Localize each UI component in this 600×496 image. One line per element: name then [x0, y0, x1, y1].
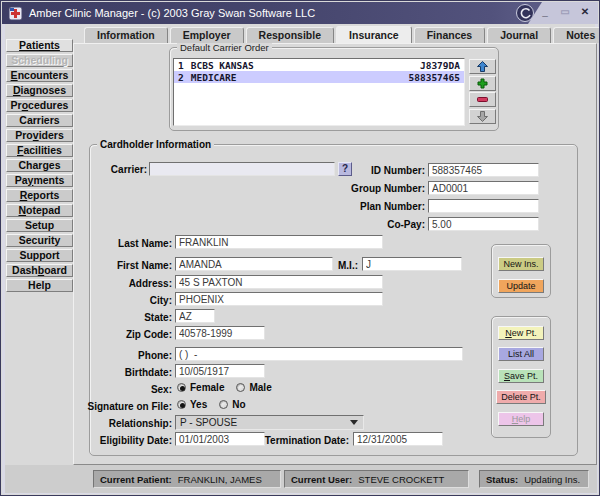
sex-female-radio[interactable]: Female	[177, 382, 224, 393]
minimize-button[interactable]: _	[538, 6, 552, 20]
tab-finances[interactable]: Finances	[414, 27, 486, 43]
sidebar-item-facilities[interactable]: Facilities	[6, 144, 73, 157]
help-button: Help	[498, 412, 544, 426]
id-number-field[interactable]	[428, 163, 539, 177]
update-button[interactable]: Update	[498, 279, 544, 293]
id-number-label: ID Number:	[341, 165, 425, 177]
middle-initial-field[interactable]	[362, 257, 462, 271]
list-all-button[interactable]: List All	[498, 347, 544, 361]
last-name-label: Last Name:	[89, 238, 172, 250]
city-field[interactable]	[175, 292, 383, 306]
carrier-row-1[interactable]: 1 BCBS KANSAS J8379DA	[174, 59, 464, 71]
plan-number-label: Plan Number:	[341, 201, 425, 213]
sex-male-label: Male	[249, 382, 271, 393]
sidebar-item-payments[interactable]: Payments	[6, 174, 73, 187]
sidebar-item-carriers[interactable]: Carriers	[6, 114, 73, 127]
new-ins-button[interactable]: New Ins.	[498, 257, 544, 271]
sex-radio-group: Female Male	[177, 382, 284, 393]
chevron-down-icon	[350, 420, 358, 425]
tab-journal[interactable]: Journal	[487, 27, 551, 43]
carrier-field[interactable]	[149, 162, 335, 176]
zip-code-field[interactable]	[175, 326, 265, 340]
tab-notes[interactable]: Notes	[553, 27, 600, 43]
sex-female-label: Female	[190, 382, 224, 393]
city-label: City:	[89, 295, 172, 307]
sidebar-item-support[interactable]: Support	[6, 249, 73, 262]
sidebar-item-security[interactable]: Security	[6, 234, 73, 247]
state-field[interactable]	[175, 309, 215, 323]
delete-pt-button[interactable]: Delete Pt.	[496, 390, 546, 404]
remove-icon	[477, 94, 488, 105]
relationship-dropdown[interactable]: P - SPOUSE	[175, 415, 364, 430]
tab-information[interactable]: Information	[84, 27, 168, 43]
signature-yes-radio[interactable]: Yes	[177, 399, 207, 410]
tab-insurance[interactable]: Insurance	[336, 26, 412, 43]
sidebar-item-encounters[interactable]: Encounters	[6, 69, 73, 82]
signature-no-label: No	[232, 399, 245, 410]
sidebar-item-setup[interactable]: Setup	[6, 219, 73, 232]
signature-yes-label: Yes	[190, 399, 207, 410]
cardholder-information-title: Cardholder Information	[97, 139, 214, 150]
termination-date-field[interactable]	[353, 432, 443, 446]
birthdate-label: Birthdate:	[89, 367, 172, 379]
add-carrier-button[interactable]	[469, 76, 496, 91]
group-number-field[interactable]	[428, 181, 539, 195]
tab-employer[interactable]: Employer	[170, 27, 244, 43]
new-pt-button[interactable]: New Pt.	[498, 326, 544, 340]
radio-dot-icon	[177, 383, 186, 392]
sidebar-item-help[interactable]: Help	[6, 279, 73, 292]
sidebar-item-dashboard[interactable]: Dashboard	[6, 264, 73, 277]
default-carrier-order-title: Default Carrier Order	[177, 42, 272, 53]
current-user-label: Current User:	[291, 474, 352, 485]
signature-radio-group: Yes No	[177, 399, 258, 410]
sidebar-item-procedures[interactable]: Procedures	[6, 99, 73, 112]
relationship-label: Relationship:	[89, 418, 172, 430]
current-patient-label: Current Patient:	[100, 474, 172, 485]
radio-dot-icon	[219, 400, 228, 409]
sidebar-item-charges[interactable]: Charges	[6, 159, 73, 172]
middle-initial-label: M.I.:	[334, 260, 358, 272]
sidebar-item-patients[interactable]: Patients	[6, 39, 73, 52]
first-name-field[interactable]	[175, 257, 333, 271]
tab-responsible[interactable]: Responsible	[246, 27, 334, 43]
eligibility-date-field[interactable]	[175, 432, 265, 446]
carrier-order-list: 1 BCBS KANSAS J8379DA 2 MEDICARE 5883574…	[173, 58, 465, 126]
address-field[interactable]	[175, 275, 383, 289]
eligibility-date-label: Eligibility Date:	[81, 435, 172, 447]
carrier-name: BCBS KANSAS	[191, 60, 254, 71]
brand-logo-icon	[516, 4, 534, 22]
sidebar-item-notepad[interactable]: Notepad	[6, 204, 73, 217]
sidebar-item-diagnoses[interactable]: Diagnoses	[6, 84, 73, 97]
status-value: Updating Ins.	[524, 474, 580, 485]
phone-field[interactable]	[175, 347, 463, 361]
save-pt-button[interactable]: Save Pt.	[498, 369, 544, 383]
move-down-button[interactable]	[469, 109, 496, 124]
move-down-icon	[477, 111, 488, 122]
carrier-name: MEDICARE	[191, 72, 237, 83]
current-patient-value: FRANKLIN, JAMES	[178, 474, 262, 485]
birthdate-field[interactable]	[175, 364, 265, 378]
carrier-row-2[interactable]: 2 MEDICARE 588357465	[174, 71, 464, 83]
sidebar-item-reports[interactable]: Reports	[6, 189, 73, 202]
move-up-button[interactable]	[469, 59, 496, 74]
title-bar: Amber Clinic Manager - (c) 2003 Gray Swa…	[2, 2, 598, 24]
remove-carrier-button[interactable]	[469, 92, 496, 107]
plan-number-field[interactable]	[428, 199, 539, 213]
carrier-order-number: 1	[178, 60, 184, 71]
current-patient-panel: Current Patient: FRANKLIN, JAMES	[93, 470, 281, 488]
sidebar-item-providers[interactable]: Providers	[6, 129, 73, 142]
sidebar-item-scheduling: Scheduling	[6, 54, 73, 67]
co-pay-field[interactable]	[428, 217, 539, 231]
co-pay-label: Co-Pay:	[361, 219, 425, 231]
tab-bar: Information Employer Responsible Insuran…	[84, 27, 600, 43]
window-title: Amber Clinic Manager - (c) 2003 Gray Swa…	[29, 2, 315, 24]
close-button[interactable]: ✕	[578, 6, 592, 20]
carrier-order-number: 2	[178, 72, 184, 83]
address-label: Address:	[89, 278, 172, 290]
relationship-value: P - SPOUSE	[180, 417, 237, 428]
signature-no-radio[interactable]: No	[219, 399, 245, 410]
sex-label: Sex:	[89, 384, 172, 396]
last-name-field[interactable]	[175, 235, 383, 249]
maximize-button[interactable]: ▭	[558, 6, 572, 20]
sex-male-radio[interactable]: Male	[236, 382, 271, 393]
